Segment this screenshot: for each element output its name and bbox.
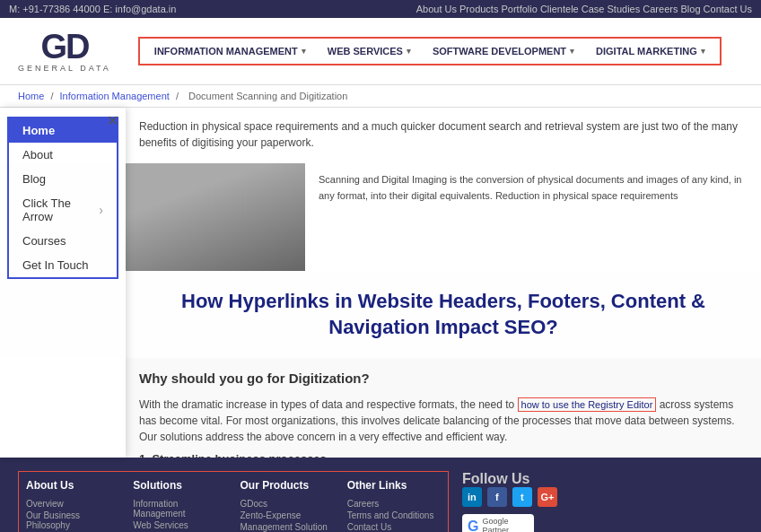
top-link-products[interactable]: Products	[459, 4, 498, 14]
footer: About Us Overview Our Business Philosoph…	[0, 458, 761, 532]
footer-sol-web[interactable]: Web Services	[133, 520, 226, 530]
side-nav-get-in-touch[interactable]: Get In Touch	[9, 253, 117, 277]
side-nav-home[interactable]: Home	[9, 118, 117, 143]
top-link-casestudies[interactable]: Case Studies	[582, 4, 640, 14]
contact-info: M: +91-77386 44000 E: info@gdata.in	[9, 4, 176, 14]
follow-us-label: Follow Us	[462, 471, 570, 487]
footer-prod-gdocs[interactable]: GDocs	[240, 499, 333, 509]
top-link-careers[interactable]: Careers	[643, 4, 678, 14]
footer-other-heading: Other Links	[347, 479, 441, 492]
top-link-portfolio[interactable]: Portfolio	[502, 4, 538, 14]
hero-side-text: Scanning and Digital Imaging is the conv…	[305, 163, 761, 271]
side-nav-about[interactable]: About	[9, 143, 117, 167]
dropdown-arrow: ▾	[302, 47, 306, 56]
breadcrumb: Home / Information Management / Document…	[0, 85, 761, 108]
top-link-clientele[interactable]: Clientele	[540, 4, 579, 14]
footer-other-careers[interactable]: Careers	[347, 499, 441, 509]
footer-col-about: About Us Overview Our Business Philosoph…	[26, 479, 119, 532]
footer-cols-box: About Us Overview Our Business Philosoph…	[18, 471, 449, 532]
footer-col-products: Our Products GDocs Zento-Expense Managem…	[240, 479, 333, 532]
footer-col-other: Other Links Careers Terms and Conditions…	[347, 479, 441, 532]
breadcrumb-info-mgmt[interactable]: Information Management	[60, 91, 170, 101]
googleplus-icon[interactable]: G+	[538, 487, 557, 507]
top-link-contact[interactable]: Contact Us	[704, 4, 752, 14]
logo-gd: GD	[40, 30, 88, 64]
intro-text: Reduction in physical space requirements…	[139, 118, 743, 151]
dropdown-arrow: ▾	[701, 47, 705, 56]
footer-prod-zento[interactable]: Zento-Expense	[240, 510, 333, 520]
footer-col-solutions: Solutions Information Management Web Ser…	[133, 479, 226, 532]
nav-digital-marketing[interactable]: DIGITAL MARKETING ▾	[585, 40, 716, 62]
hero-image-inner	[126, 163, 305, 271]
linkedin-icon[interactable]: in	[462, 487, 482, 507]
footer-products-heading: Our Products	[240, 479, 333, 492]
side-panel: ✕ Home About Blog Click The Arrow Course…	[0, 108, 126, 458]
header: GD GENERAL DATA INFORMATION MANAGEMENT ▾…	[0, 18, 761, 85]
side-nav-blog[interactable]: Blog	[9, 167, 117, 191]
facebook-icon[interactable]: f	[487, 487, 507, 507]
twitter-icon[interactable]: t	[512, 487, 532, 507]
footer-social-section: Follow Us in f t G+ G GooglePartner	[462, 471, 570, 532]
top-bar: M: +91-77386 44000 E: info@gdata.in Abou…	[0, 0, 761, 18]
hero-image	[126, 163, 305, 271]
main-nav: INFORMATION MANAGEMENT ▾ WEB SERVICES ▾ …	[138, 37, 722, 65]
top-links: About Us Products Portfolio Clientele Ca…	[416, 4, 752, 14]
side-nav-courses[interactable]: Courses	[9, 229, 117, 253]
blog-title-section: How Hyperlinks in Website Headers, Foote…	[126, 271, 761, 358]
footer-about-heading: About Us	[26, 479, 119, 492]
logo-sub: GENERAL DATA	[18, 64, 111, 73]
side-nav-click-arrow[interactable]: Click The Arrow	[9, 191, 117, 229]
nav-web-services[interactable]: WEB SERVICES ▾	[317, 40, 422, 62]
list-item-1: 1. Streamline business processes	[139, 450, 743, 458]
hero-area: Scanning and Digital Imaging is the conv…	[126, 163, 761, 271]
footer-prod-mgmt[interactable]: Management Solution	[240, 522, 333, 532]
registry-editor-link[interactable]: how to use the Registry Editor	[518, 397, 657, 412]
dropdown-arrow: ▾	[407, 47, 411, 56]
nav-software-development[interactable]: SOFTWARE DEVELOPMENT ▾	[422, 40, 585, 62]
body-text-1: With the dramatic increase in types of d…	[139, 398, 514, 411]
dropdown-arrow: ▾	[570, 47, 574, 56]
top-link-blog[interactable]: Blog	[680, 4, 700, 14]
top-link-about[interactable]: About Us	[416, 4, 457, 14]
google-g: G	[468, 519, 478, 532]
breadcrumb-home[interactable]: Home	[18, 91, 44, 101]
footer-about-overview[interactable]: Overview	[26, 499, 119, 509]
footer-about-philosophy[interactable]: Our Business Philosophy	[26, 510, 119, 530]
blog-title: How Hyperlinks in Website Headers, Foote…	[153, 289, 734, 340]
section-heading: Why should you go for Digitization?	[139, 369, 743, 389]
footer-sol-infomgmt[interactable]: Information Management	[133, 499, 226, 519]
footer-other-contact[interactable]: Contact Us	[347, 522, 441, 532]
logo: GD GENERAL DATA	[18, 30, 111, 73]
main-wrapper: ✕ Home About Blog Click The Arrow Course…	[0, 108, 761, 458]
nav-information-management[interactable]: INFORMATION MANAGEMENT ▾	[144, 40, 317, 62]
social-icons: in f t G+	[462, 487, 570, 507]
body-text: With the dramatic increase in types of d…	[139, 397, 743, 445]
side-nav: Home About Blog Click The Arrow Courses …	[7, 117, 118, 279]
google-partner-badge: G GooglePartner	[462, 514, 534, 532]
breadcrumb-current: Document Scanning and Digitization	[188, 91, 347, 101]
close-button[interactable]: ✕	[107, 112, 118, 129]
footer-solutions-heading: Solutions	[133, 479, 226, 492]
google-partner-label: GooglePartner	[482, 518, 509, 532]
footer-other-terms[interactable]: Terms and Conditions	[347, 510, 441, 520]
